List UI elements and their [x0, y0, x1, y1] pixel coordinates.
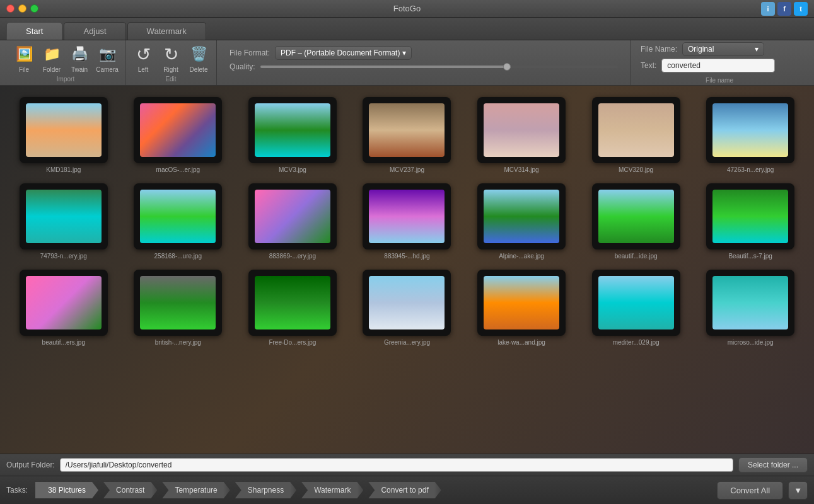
info-button[interactable]: i: [761, 2, 775, 16]
rotate-left-icon: ↺: [132, 43, 154, 66]
image-label-img21: microso...ide.jpg: [728, 339, 774, 346]
image-frame-img1: [20, 97, 108, 163]
import-section: 🖼️ File 📁 Folder 🖨️ Twain 📷 Camera Impor…: [6, 40, 125, 85]
image-thumbnail-img20: [598, 276, 674, 329]
file-icon: 🖼️: [13, 43, 35, 66]
delete-button[interactable]: 🗑️ Delete: [187, 43, 210, 73]
image-frame-img14: [706, 183, 794, 249]
import-twain-button[interactable]: 🖨️ Twain: [68, 43, 91, 73]
task-sharpness[interactable]: Sharpness: [235, 482, 296, 498]
image-label-img16: british-...nery.jpg: [155, 339, 201, 346]
task-convert-to-pdf[interactable]: Convert to pdf: [368, 482, 441, 498]
image-item-img1[interactable]: KMD181.jpg: [6, 92, 121, 178]
image-frame-img10: [248, 183, 337, 249]
image-thumbnail-img13: [598, 190, 674, 243]
import-folder-button[interactable]: 📁 Folder: [40, 43, 63, 73]
image-item-img17[interactable]: Free-Do...ers.jpg: [235, 265, 350, 351]
minimize-button[interactable]: [18, 4, 26, 13]
quality-slider[interactable]: [260, 66, 618, 68]
image-frame-img7: [706, 97, 794, 163]
image-item-img19[interactable]: lake-wa...and.jpg: [464, 265, 579, 351]
image-item-img14[interactable]: Beautif...s-7.jpg: [693, 178, 808, 265]
export-section: File Format: PDF – (Portable Document Fo…: [217, 40, 631, 85]
image-label-img8: 74793-n...ery.jpg: [40, 253, 87, 260]
import-camera-button[interactable]: 📷 Camera: [96, 43, 119, 73]
import-file-button[interactable]: 🖼️ File: [13, 43, 35, 73]
tab-adjust[interactable]: Adjust: [64, 22, 125, 40]
image-frame-img21: [706, 270, 794, 336]
image-thumbnail-img7: [712, 103, 788, 157]
image-label-img2: macOS-...er.jpg: [156, 166, 200, 173]
image-frame-img16: [134, 270, 222, 336]
task-temperature[interactable]: Temperature: [162, 482, 230, 498]
image-item-img6[interactable]: MCV320.jpg: [579, 92, 694, 178]
image-item-img5[interactable]: MCV314.jpg: [464, 92, 579, 178]
image-item-img12[interactable]: Alpine-...ake.jpg: [464, 178, 579, 265]
social-buttons: i f t: [761, 2, 808, 16]
task-contrast[interactable]: Contrast: [103, 482, 157, 498]
image-item-img11[interactable]: 883945-...hd.jpg: [350, 178, 465, 265]
image-label-img20: mediter...029.jpg: [613, 339, 660, 346]
import-icons: 🖼️ File 📁 Folder 🖨️ Twain 📷 Camera: [13, 43, 119, 73]
image-item-img8[interactable]: 74793-n...ery.jpg: [6, 178, 121, 265]
image-thumbnail-img2: [140, 103, 216, 157]
quality-thumb[interactable]: [503, 63, 511, 71]
tab-watermark[interactable]: Watermark: [127, 22, 206, 40]
file-format-select[interactable]: PDF – (Portable Document Format) ▾: [275, 46, 412, 60]
image-frame-img13: [592, 183, 680, 249]
output-path-input[interactable]: [60, 458, 733, 472]
rotate-right-icon: ↻: [160, 43, 182, 66]
image-thumbnail-img10: [255, 190, 330, 243]
image-thumbnail-img3: [255, 103, 330, 157]
image-label-img13: beautif...ide.jpg: [615, 253, 658, 260]
task-bar: Tasks: 38 Pictures Contrast Temperature …: [0, 476, 814, 504]
image-item-img15[interactable]: beautif...ers.jpg: [6, 265, 121, 351]
image-item-img18[interactable]: Greenia...ery.jpg: [350, 265, 465, 351]
image-frame-img19: [477, 270, 566, 336]
image-label-img9: 258168-...ure.jpg: [154, 253, 202, 260]
image-label-img18: Greenia...ery.jpg: [384, 339, 430, 346]
image-label-img17: Free-Do...ers.jpg: [269, 339, 316, 346]
image-item-img20[interactable]: mediter...029.jpg: [579, 265, 694, 351]
image-item-img16[interactable]: british-...nery.jpg: [121, 265, 236, 351]
image-thumbnail-img12: [484, 190, 559, 243]
image-item-img9[interactable]: 258168-...ure.jpg: [121, 178, 236, 265]
app-title: FotoGo: [393, 4, 421, 13]
task-watermark[interactable]: Watermark: [301, 482, 363, 498]
tasks-label: Tasks:: [6, 486, 28, 495]
image-thumbnail-img17: [255, 276, 330, 329]
toolbar: 🖼️ File 📁 Folder 🖨️ Twain 📷 Camera Impor…: [0, 40, 814, 86]
image-label-img15: beautif...ers.jpg: [42, 339, 85, 346]
window-controls[interactable]: [6, 4, 38, 13]
rotate-right-button[interactable]: ↻ Right: [160, 43, 182, 73]
twain-icon: 🖨️: [68, 43, 91, 66]
close-button[interactable]: [6, 4, 15, 13]
convert-all-button[interactable]: Convert All: [717, 481, 783, 500]
convert-dropdown-button[interactable]: ▼: [788, 481, 808, 500]
image-item-img4[interactable]: MCV237.jpg: [350, 92, 465, 178]
facebook-button[interactable]: f: [777, 2, 791, 16]
image-item-img3[interactable]: MCV3.jpg: [235, 92, 350, 178]
task-pictures[interactable]: 38 Pictures: [35, 482, 98, 498]
rotate-left-button[interactable]: ↺ Left: [132, 43, 154, 73]
image-item-img10[interactable]: 883869-...ery.jpg: [235, 178, 350, 265]
image-label-img19: lake-wa...and.jpg: [497, 339, 545, 346]
file-name-select[interactable]: Original ▾: [682, 42, 764, 56]
image-item-img7[interactable]: 47263-n...ery.jpg: [693, 92, 808, 178]
title-bar: FotoGo i f t: [0, 0, 814, 18]
file-format-row: File Format: PDF – (Portable Document Fo…: [230, 46, 618, 60]
image-thumbnail-img4: [369, 103, 445, 157]
tab-start[interactable]: Start: [6, 22, 62, 40]
maximize-button[interactable]: [30, 4, 38, 13]
image-item-img21[interactable]: microso...ide.jpg: [693, 265, 808, 351]
select-folder-button[interactable]: Select folder ...: [738, 457, 808, 472]
image-label-img1: KMD181.jpg: [46, 166, 81, 173]
image-thumbnail-img5: [484, 103, 559, 157]
image-thumbnail-img9: [140, 190, 216, 243]
image-item-img13[interactable]: beautif...ide.jpg: [579, 178, 694, 265]
image-frame-img3: [248, 97, 337, 163]
text-input[interactable]: [661, 59, 775, 72]
image-thumbnail-img18: [369, 276, 445, 329]
image-item-img2[interactable]: macOS-...er.jpg: [121, 92, 236, 178]
twitter-button[interactable]: t: [794, 2, 808, 16]
